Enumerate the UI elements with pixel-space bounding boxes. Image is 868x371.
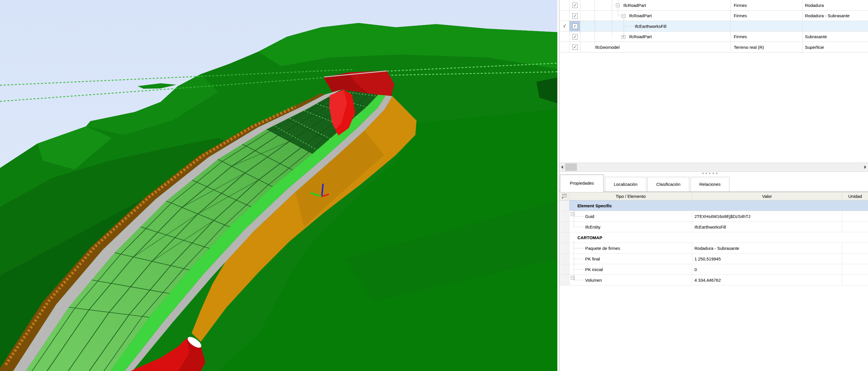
- visibility-checkbox[interactable]: ✓: [572, 13, 578, 19]
- prop-label: Guid: [569, 211, 692, 222]
- prop-group-cartomap[interactable]: CARTOMAP −: [559, 232, 868, 243]
- prop-row-pk-inicial[interactable]: PK inicial 0: [559, 264, 868, 275]
- tab-clasificacion[interactable]: Clasificación: [647, 177, 689, 192]
- panel-divider: [559, 0, 559, 371]
- tree-nombre-cell: Rodadura: [803, 0, 868, 11]
- column-chooser-icon: [562, 194, 567, 199]
- nombre-value: Rodadura: [805, 0, 824, 10]
- prop-row-volumen[interactable]: Volumen 4 334,446762: [559, 275, 868, 285]
- prop-unit: [842, 243, 868, 254]
- prop-value[interactable]: 0: [692, 264, 842, 275]
- prop-unit: [842, 275, 868, 285]
- properties-header: Tipo / Elemento Valor Unidad: [559, 192, 868, 200]
- prop-value[interactable]: 1 250,519945: [692, 254, 842, 264]
- prop-label: Volumen: [569, 275, 692, 285]
- tipo-value: Firmes: [734, 32, 747, 41]
- 3d-scene: [0, 0, 557, 371]
- column-chooser-cell[interactable]: [559, 192, 569, 200]
- gutter-cell: [559, 232, 569, 243]
- row-marker-cell: [559, 42, 569, 53]
- splitter-grip[interactable]: [709, 173, 711, 174]
- prop-guide-line: [574, 259, 585, 259]
- gutter-cell: [559, 264, 569, 275]
- prop-guide-line: [574, 216, 585, 217]
- row-marker-cell: [559, 0, 569, 11]
- tree-row-ifcearthworksfill-selected[interactable]: √ ✓ IfcEarthworksFill: [559, 21, 868, 32]
- scroll-right-button[interactable]: [863, 163, 868, 171]
- tipo-value: Firmes: [734, 0, 747, 10]
- tree-item-label: IfcRoadPart: [623, 0, 646, 10]
- gutter-cell: [559, 275, 569, 285]
- prop-value[interactable]: IfcEarthworksFill: [692, 222, 842, 232]
- collapse-icon[interactable]: −: [616, 3, 620, 7]
- prop-value[interactable]: Rodadura - Subrasante: [692, 243, 842, 254]
- prop-row-ifcentity[interactable]: IfcEntity IfcEarthworksFill: [559, 222, 868, 232]
- tree-row-ifcroadpart-rodadura[interactable]: ✓ − IfcRoadPart Firmes Rodadura: [559, 0, 868, 11]
- tipo-value: Terreno real (R): [734, 42, 764, 52]
- checkbox-cell: ✓: [569, 32, 580, 42]
- gutter-cell: [559, 254, 569, 264]
- prop-row-paquete-de-firmes[interactable]: Paquete de firmes Rodadura - Subrasante: [559, 243, 868, 254]
- prop-label: Paquete de firmes: [569, 243, 692, 254]
- checkbox-cell: ✓: [569, 21, 580, 32]
- gutter-cell: [559, 222, 569, 232]
- 3d-viewport[interactable]: [0, 0, 557, 371]
- group-label-text: CARTOMAP: [578, 235, 602, 240]
- checkbox-cell: ✓: [569, 11, 580, 21]
- group-label-text: Element Specific: [578, 203, 612, 208]
- visibility-checkbox[interactable]: ✓: [572, 34, 578, 39]
- row-marker-cell: √: [559, 21, 569, 32]
- splitter-grip[interactable]: [706, 173, 707, 174]
- tree-tipo-cell: Firmes: [731, 0, 803, 11]
- tree-item-label: IfcRoadPart: [629, 11, 652, 21]
- visibility-checkbox[interactable]: ✓: [572, 3, 578, 8]
- tree-nombre-cell: Rodadura - Subrasante: [803, 11, 868, 21]
- splitter-grip[interactable]: [702, 173, 704, 174]
- tree-tipo-cell: Firmes: [731, 11, 803, 21]
- tree-guide-line: [612, 0, 612, 37]
- tab-propiedades[interactable]: Propiedades: [560, 175, 604, 192]
- prop-row-pk-final[interactable]: PK final 1 250,519945: [559, 254, 868, 264]
- scroll-left-button[interactable]: [559, 163, 565, 171]
- tab-localizacion[interactable]: Localización: [605, 177, 646, 192]
- tab-relaciones[interactable]: Relaciones: [690, 177, 730, 192]
- group-label: CARTOMAP: [569, 232, 868, 243]
- tab-strip-border: [559, 192, 868, 192]
- properties-table: Tipo / Elemento Valor Unidad Element Spe…: [559, 192, 868, 285]
- prop-unit: [842, 222, 868, 232]
- prop-unit: [842, 264, 868, 275]
- tree-item-label: IfcEarthworksFill: [635, 21, 666, 31]
- selected-row-marker: √: [559, 21, 569, 31]
- tree-guide-line: [618, 16, 622, 16]
- gutter-cell: [559, 200, 569, 211]
- collapse-icon[interactable]: −: [622, 14, 625, 18]
- tree-row-ifcroadpart-rodadura-subrasante[interactable]: ✓ − IfcRoadPart Firmes Rodadura - Subras…: [559, 11, 868, 21]
- header-unidad[interactable]: Unidad: [842, 192, 868, 200]
- prop-group-element-specific[interactable]: Element Specific −: [559, 200, 868, 211]
- checkbox-cell: ✓: [569, 42, 580, 53]
- tree-guide-line: [624, 18, 624, 37]
- tree-name-cell: + IfcRoadPart: [580, 32, 731, 42]
- splitter-grip[interactable]: [713, 173, 714, 174]
- prop-value[interactable]: 2TEXHs4W16o9Ej$DzS4hTJ: [692, 211, 842, 222]
- scroll-right-icon: [864, 165, 866, 169]
- scrollbar-thumb[interactable]: [565, 163, 577, 171]
- checkbox-cell: ✓: [569, 0, 580, 11]
- tree-name-cell: − IfcRoadPart: [580, 11, 731, 21]
- header-tipo-elemento[interactable]: Tipo / Elemento: [569, 192, 692, 200]
- model-tree: ✓ − IfcRoadPart Firmes Rodadura ✓ − IfcR…: [559, 0, 868, 53]
- tipo-value: Firmes: [734, 11, 747, 21]
- prop-unit: [842, 211, 868, 222]
- visibility-checkbox[interactable]: ✓: [572, 45, 578, 50]
- tree-row-ifcroadpart-subrasante[interactable]: ✓ + IfcRoadPart Firmes Subrasante: [559, 32, 868, 42]
- tree-tipo-cell: [731, 21, 803, 32]
- tree-name-cell: IfcEarthworksFill: [580, 21, 731, 32]
- header-valor[interactable]: Valor: [692, 192, 842, 200]
- visibility-checkbox[interactable]: ✓: [572, 24, 578, 29]
- tree-item-label: IfcRoadPart: [629, 32, 652, 41]
- prop-value[interactable]: 4 334,446762: [692, 275, 842, 285]
- nombre-value: Subrasante: [805, 32, 827, 41]
- prop-row-guid[interactable]: Guid 2TEXHs4W16o9Ej$DzS4hTJ: [559, 211, 868, 222]
- splitter-grip[interactable]: [716, 173, 717, 174]
- horizontal-scrollbar[interactable]: [559, 163, 868, 172]
